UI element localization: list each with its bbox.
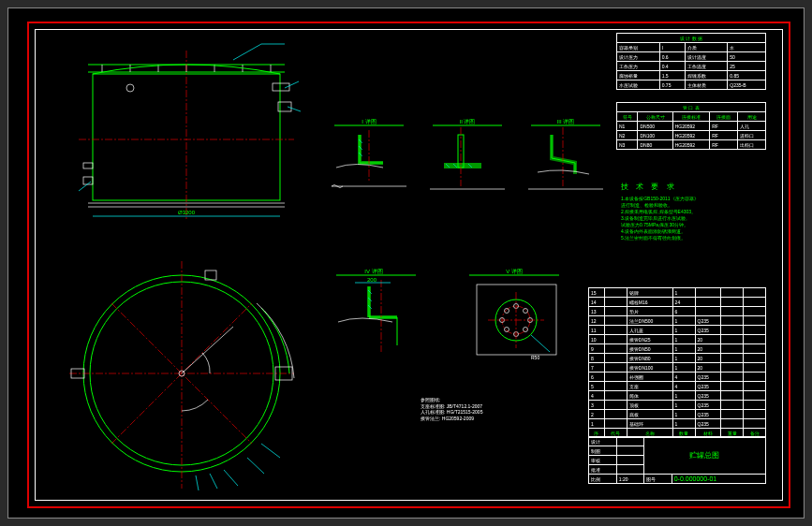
svg-rect-14 [83,177,93,184]
cad-canvas: Ø3200 I 详图 [7,7,805,519]
svg-rect-50 [444,163,481,168]
svg-point-80 [524,328,528,332]
svg-line-35 [224,470,238,486]
svg-text:II 详图: II 详图 [459,118,475,124]
svg-line-20 [233,44,261,60]
svg-text:III 详图: III 详图 [557,118,575,124]
svg-text:IV 详图: IV 详图 [364,268,382,274]
svg-point-16 [126,84,134,92]
svg-point-82 [505,328,509,332]
title-block: 设计 贮罐总图 制图 审核 批准 比例1:20 图号 0-0.000000-01 [588,436,766,484]
svg-line-38 [247,458,264,474]
detail-2: II 详图 [425,116,509,200]
bom-table: 15铭牌1 14螺栓M1624 13垫片6 12法兰DN5001Q235 11人… [588,287,766,438]
dim-width: Ø3200 [178,210,196,215]
detail-1: I 详图 [327,116,411,200]
tech-requirements: 技 术 要 求 1.本设备按GB150-2011《压力容器》 进行制造、检验和验… [621,182,761,241]
svg-line-36 [210,474,217,489]
svg-line-85 [531,335,550,352]
svg-line-24 [79,182,91,191]
svg-line-39 [261,444,280,458]
svg-rect-15 [83,163,93,168]
detail-4: IV 详图 200 [327,266,430,359]
svg-point-81 [505,309,509,314]
svg-text:I 详图: I 详图 [362,118,376,124]
detail-3: III 详图 [524,116,608,200]
plan-view [60,256,303,495]
svg-point-79 [524,309,528,314]
svg-rect-72 [477,285,556,355]
svg-line-37 [196,475,199,490]
drawing-number: 0-0.000000-01 [672,475,765,484]
svg-line-23 [288,107,301,111]
reference-note: 参照图纸: 支座标准图: JB/T4712.1-2007 人孔标准图: HG/T… [421,397,561,421]
svg-text:200: 200 [367,277,377,283]
spec-table: 设 计 数 据 容器类别I介质水 设计压力0.6设计温度50 工作压力0.4工作… [616,33,766,90]
nozzle-table: 管 口 表 符号公称尺寸连接标准连接面用途 N1DN500HG20592RF人孔… [616,102,766,150]
svg-text:R50: R50 [531,355,539,360]
main-elevation-view: Ø3200 [65,37,308,224]
svg-text:V 详图: V 详图 [506,268,523,274]
svg-line-22 [285,81,299,88]
detail-5: V 详图 R50 [458,266,570,369]
